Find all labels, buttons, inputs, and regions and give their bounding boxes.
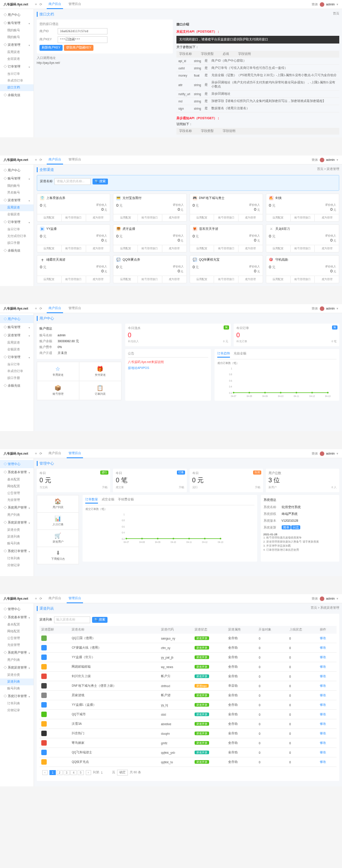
avatar-icon[interactable]	[320, 596, 324, 601]
sidebar-sub-item[interactable]: 分佣记录	[0, 707, 34, 714]
avatar-icon[interactable]	[320, 158, 324, 162]
search-input[interactable]: 请输入渠道的名称...	[54, 178, 91, 185]
sidebar-sub-item[interactable]: 我的账号	[0, 27, 34, 34]
tab-merchant[interactable]: 商户后台	[47, 155, 63, 165]
sidebar-item[interactable]: ◇ 账号管理▾	[0, 19, 34, 27]
card-action[interactable]: 账号管理接口	[62, 214, 86, 221]
edit-link[interactable]: 修改	[320, 684, 326, 687]
sidebar-sub-item[interactable]: 用户列表	[0, 657, 34, 664]
sidebar-item[interactable]: ◇ 系统基本管理▾	[0, 613, 34, 621]
sidebar-item[interactable]: ◇ 余额充值	[0, 247, 34, 255]
sidebar-sub-item[interactable]: 接口手册	[0, 240, 34, 247]
sidebar-sub-item[interactable]: 充值管理	[0, 497, 34, 504]
search-input[interactable]: 输入渠道名称	[54, 616, 90, 623]
sidebar-sub-item[interactable]: 基本配置	[0, 476, 34, 483]
edit-link[interactable]: 修改	[320, 693, 326, 697]
menu-toggle-icon[interactable]: ≡	[35, 307, 37, 310]
quick-link[interactable]: 📋订单列表	[79, 381, 121, 400]
menu-toggle-icon[interactable]: ≡	[35, 452, 37, 456]
edit-link[interactable]: 修改	[320, 722, 326, 725]
sidebar-sub-item[interactable]: 当日订单	[0, 226, 34, 233]
chart-tab[interactable]: 订单数量	[85, 498, 98, 504]
vnav-item[interactable]: 🛒渠道用户	[37, 530, 78, 547]
sidebar-sub-item[interactable]: 渠道列表	[0, 679, 34, 685]
sidebar-sub-item[interactable]: 渠道分类	[0, 672, 34, 679]
username[interactable]: admin	[326, 597, 335, 600]
sidebar-sub-item[interactable]: 公告管理	[0, 490, 34, 497]
card-action[interactable]: 账号管理接口	[62, 276, 86, 283]
edit-link[interactable]: 修改	[320, 713, 326, 716]
edit-link[interactable]: 修改	[320, 741, 326, 744]
edit-link[interactable]: 修改	[320, 646, 326, 649]
refresh-icon[interactable]: ⟳	[39, 597, 42, 601]
sidebar-sub-item[interactable]: 应用渠道	[0, 49, 34, 56]
sidebar-sub-item[interactable]: 分佣记录	[0, 562, 34, 569]
sidebar-item[interactable]: ◇ 系统基本管理▾	[0, 468, 34, 476]
card-action[interactable]: 账号管理接口	[214, 245, 239, 252]
sidebar-item[interactable]: ◇ 系统订单管理▾	[0, 692, 34, 700]
sidebar-item[interactable]: ◇ 系统订单管理▾	[0, 547, 34, 555]
sidebar-sub-item[interactable]: 充值管理	[0, 642, 34, 649]
avatar-icon[interactable]	[320, 2, 324, 7]
page-ok[interactable]: 确定	[117, 770, 128, 776]
card-action[interactable]: 账号管理接口	[214, 276, 239, 283]
menu-toggle-icon[interactable]: ≡	[35, 597, 37, 601]
card-action[interactable]: 成为管理	[162, 276, 186, 283]
refresh-key-button[interactable]: 刷新商户KEY	[39, 45, 63, 51]
card-action[interactable]: 成为管理	[162, 245, 186, 252]
sidebar-item[interactable]: ◇ 管理中心	[0, 460, 34, 468]
announce-link[interactable]: 八爷源码 8ye.net来源说明	[128, 359, 208, 365]
sidebar-sub-item[interactable]: 单成功订单	[0, 78, 34, 84]
card-action[interactable]: 应用配置	[190, 276, 215, 283]
page-number[interactable]: 5	[78, 770, 84, 775]
card-action[interactable]: 成为管理	[86, 245, 110, 252]
card-action[interactable]: 成为管理	[315, 276, 339, 283]
sidebar-sub-item[interactable]: 账号列表	[0, 540, 34, 547]
get-hidden-key-button[interactable]: 获取商户隐藏KEY	[64, 45, 93, 51]
page-number[interactable]: 2	[57, 770, 63, 775]
edit-link[interactable]: 修改	[320, 760, 326, 763]
tab-merchant[interactable]: 商户后台	[47, 449, 63, 458]
page-number[interactable]: 4	[70, 770, 77, 775]
card-action[interactable]: 应用配置	[113, 276, 138, 283]
card-action[interactable]: 成为管理	[239, 276, 263, 283]
sidebar-sub-item[interactable]: 公告管理	[0, 635, 34, 642]
sidebar-sub-item[interactable]: 金额渠道	[0, 211, 34, 218]
card-action[interactable]: 应用配置	[113, 214, 138, 221]
sidebar-item[interactable]: ◇ 余额充值	[0, 382, 34, 390]
card-action[interactable]: 账号管理接口	[214, 214, 239, 221]
card-action[interactable]: 账号管理接口	[138, 276, 162, 283]
sidebar-sub-item[interactable]: 金额渠道	[0, 346, 34, 353]
card-action[interactable]: 应用配置	[190, 214, 215, 221]
sidebar-sub-item[interactable]: 订单列表	[0, 555, 34, 562]
card-action[interactable]: 账号管理接口	[138, 214, 162, 221]
sidebar-sub-item[interactable]: 订单列表	[0, 700, 34, 707]
page-prev[interactable]: ‹	[42, 770, 48, 775]
sidebar-sub-item[interactable]: 基本配置	[0, 621, 34, 628]
edit-link[interactable]: 修改	[320, 751, 326, 754]
edit-link[interactable]: 修改	[320, 732, 326, 735]
card-action[interactable]: 应用配置	[37, 245, 62, 252]
sidebar-sub-item[interactable]: 全部渠道	[0, 56, 34, 63]
sidebar-item[interactable]: ◇ 订单管理▾	[0, 63, 34, 71]
vnav-item[interactable]: ⬇下周报日志	[37, 547, 78, 564]
sidebar-sub-item[interactable]: 渠道列表	[0, 533, 34, 540]
menu-toggle-icon[interactable]: ≡	[35, 158, 37, 162]
menu-toggle-icon[interactable]: ≡	[35, 3, 37, 6]
search-button[interactable]: 🔍 搜索	[92, 617, 107, 623]
username[interactable]: admin	[326, 3, 335, 6]
sidebar-item[interactable]: ◇ 系统用户管理▾	[0, 504, 34, 512]
sidebar-item[interactable]: ◇ 用户中心	[0, 11, 34, 19]
sidebar-item[interactable]: ◇ 渠道管理▾	[0, 196, 34, 204]
quick-link[interactable]: ☆常用渠道	[37, 362, 79, 381]
sidebar-sub-item[interactable]: 接口手册	[0, 375, 34, 382]
refresh-icon[interactable]: ⟳	[39, 3, 42, 6]
sidebar-item[interactable]: ◇ 余额充值	[0, 91, 34, 99]
sidebar-sub-item[interactable]: 支付成功订单	[0, 233, 34, 240]
card-action[interactable]: 账号管理接口	[291, 245, 315, 252]
sidebar-item[interactable]: ◇ 订单管理▾	[0, 218, 34, 226]
tab-merchant[interactable]: 商户后台	[47, 304, 63, 313]
chart-tab[interactable]: 手续费金额	[118, 498, 134, 504]
sidebar-item[interactable]: ◇ 系统用户管理▾	[0, 649, 34, 657]
vnav-item[interactable]: 📊入日订单	[37, 513, 78, 529]
